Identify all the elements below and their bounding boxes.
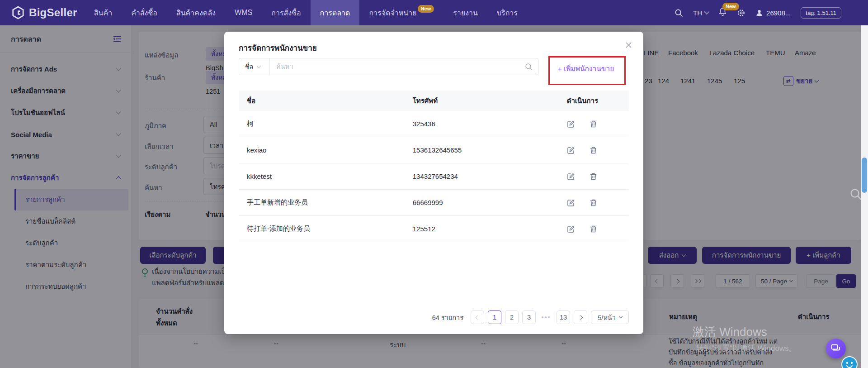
page-button-3[interactable]: 3 (522, 311, 536, 324)
delete-icon[interactable] (590, 120, 598, 128)
nav-item-products[interactable]: สินค้า (85, 0, 122, 25)
col-header-phone: โทรศัพท์ (405, 96, 559, 106)
page-button-13[interactable]: 13 (557, 311, 570, 324)
sales-staff-modal: การจัดการพนักงานขาย ชื่อ + เพิ่มพนักงานข… (224, 32, 643, 334)
staff-table-row: kexiao 1536132645655 (239, 137, 629, 163)
staff-name: 待打单-添加的业务员 (239, 225, 405, 233)
new-badge: New (418, 5, 434, 13)
staff-search-input[interactable] (270, 63, 525, 70)
staff-table-row: 柯 325436 (239, 111, 629, 137)
edit-icon[interactable] (567, 146, 575, 154)
staff-table: ชื่อ โทรศัพท์ ดำเนินการ 柯 325436 kexiao … (239, 91, 629, 242)
prev-page-button[interactable] (471, 311, 484, 324)
bell-new-badge: New (722, 3, 739, 10)
staff-phone: 66669999 (405, 199, 559, 206)
nav-item-orders[interactable]: คำสั่งซื้อ (122, 0, 167, 25)
notifications-bell[interactable]: New (718, 7, 727, 18)
edit-icon[interactable] (567, 172, 575, 181)
staff-name: kkketest (239, 172, 405, 180)
total-count: 64 รายการ (432, 312, 463, 323)
chat-widget-button[interactable] (826, 339, 846, 358)
staff-table-header: ชื่อ โทรศัพท์ ดำเนินการ (239, 91, 629, 111)
delete-icon[interactable] (590, 199, 598, 207)
page-button-2[interactable]: 2 (505, 311, 519, 324)
nav-item-purchase[interactable]: การสั่งซื้อ (262, 0, 310, 25)
search-icon[interactable] (675, 9, 683, 17)
bigseller-hexagon-icon (12, 6, 24, 19)
version-tag: tag: 1.51.11 (801, 7, 841, 19)
next-page-button[interactable] (574, 311, 587, 324)
language-selector[interactable]: TH (693, 9, 708, 17)
delete-icon[interactable] (590, 172, 598, 181)
staff-table-row: kkketest 134327654234 (239, 163, 629, 190)
nav-item-marketing[interactable]: การตลาด (311, 0, 360, 25)
col-header-name: ชื่อ (239, 96, 405, 106)
edit-icon[interactable] (567, 199, 575, 207)
page-scrollbar[interactable] (861, 25, 868, 368)
staff-name: kexiao (239, 146, 405, 154)
user-account[interactable]: 26908... (755, 9, 791, 17)
delete-icon[interactable] (590, 146, 598, 154)
nav-item-services[interactable]: บริการ (487, 0, 527, 25)
edit-icon[interactable] (567, 120, 575, 128)
add-staff-button[interactable]: + เพิ่มพนักงานขาย (552, 62, 619, 75)
edit-icon[interactable] (567, 225, 575, 233)
settings-gear-icon[interactable] (737, 9, 745, 17)
top-navbar: BigSeller สินค้า คำสั่งซื้อ สินค้าคงคลัง… (0, 0, 868, 25)
scrollbar-thumb[interactable] (862, 158, 867, 193)
modal-title: การจัดการพนักงานขาย (239, 42, 317, 54)
nav-item-reports[interactable]: รายงาน (443, 0, 487, 25)
brand-name: BigSeller (29, 6, 77, 19)
staff-table-row: 手工单新增的业务员 66669999 (239, 190, 629, 216)
delete-icon[interactable] (590, 225, 598, 233)
user-icon (755, 9, 763, 17)
staff-pagination: 64 รายการ 1 2 3 ••• 13 5/หน้า (239, 311, 629, 324)
brand-logo[interactable]: BigSeller (12, 6, 77, 19)
search-field-select[interactable]: ชื่อ (239, 58, 270, 75)
search-icon[interactable] (525, 63, 533, 71)
staff-name: 柯 (239, 119, 405, 128)
main-menu: สินค้า คำสั่งซื้อ สินค้าคงคลัง WMS การสั… (85, 0, 527, 25)
nav-item-inventory[interactable]: สินค้าคงคลัง (167, 0, 225, 25)
staff-name: 手工单新增的业务员 (239, 198, 405, 207)
chat-bubbles-icon (831, 344, 841, 353)
staff-phone: 1536132645655 (405, 146, 559, 154)
nav-item-distribution[interactable]: การจัดจำหน่ายNew (359, 0, 443, 25)
page-button-1[interactable]: 1 (488, 311, 501, 324)
page-size-select[interactable]: 5/หน้า (591, 311, 629, 324)
staff-search-group: ชื่อ (239, 58, 538, 75)
staff-phone: 325436 (405, 120, 559, 128)
col-header-action: ดำเนินการ (559, 96, 629, 106)
staff-phone: 125512 (405, 225, 559, 233)
windows-activation-watermark-sub: 转到"设置"以激活 Windows。 (696, 343, 797, 354)
staff-phone: 134327654234 (405, 172, 559, 180)
page-ellipsis[interactable]: ••• (539, 311, 553, 324)
staff-table-row: 待打单-添加的业务员 125512 (239, 216, 629, 242)
close-icon[interactable] (623, 40, 633, 50)
nav-item-wms[interactable]: WMS (225, 0, 262, 25)
windows-activation-watermark: 激活 Windows (693, 324, 767, 340)
